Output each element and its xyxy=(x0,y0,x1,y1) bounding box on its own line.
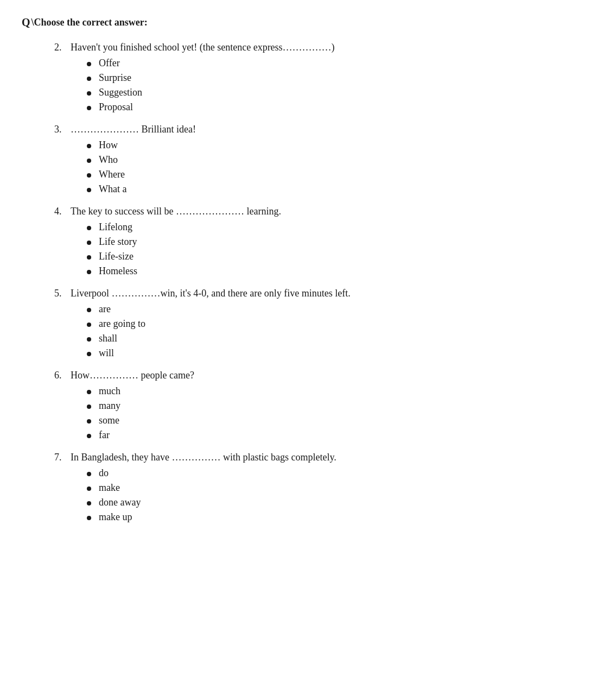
option-text-3-4: What a xyxy=(99,184,126,195)
option-item-6-4: far xyxy=(87,429,594,441)
option-item-7-3: done away xyxy=(87,497,594,508)
bullet-icon-5-3 xyxy=(87,337,91,342)
option-text-5-4: will xyxy=(99,348,114,359)
question-number-6: 6. xyxy=(54,370,71,381)
bullet-icon-4-3 xyxy=(87,255,91,260)
bullet-icon-3-3 xyxy=(87,173,91,178)
option-item-3-2: Who xyxy=(87,154,594,166)
option-item-4-3: Life-size xyxy=(87,251,594,262)
bullet-icon-2-1 xyxy=(87,62,91,66)
bullet-icon-7-3 xyxy=(87,501,91,506)
option-text-6-1: much xyxy=(99,386,120,397)
question-text-5: 5. Liverpool ……………win, it's 4-0, and the… xyxy=(54,288,594,299)
option-text-5-3: shall xyxy=(99,333,117,344)
question-body-2: Haven't you finished school yet! (the se… xyxy=(71,42,335,53)
option-text-3-3: Where xyxy=(99,169,125,180)
question-item-2: 2. Haven't you finished school yet! (the… xyxy=(54,42,594,113)
option-item-2-2: Surprise xyxy=(87,72,594,84)
bullet-icon-4-4 xyxy=(87,270,91,274)
option-item-3-3: Where xyxy=(87,169,594,180)
option-text-4-3: Life-size xyxy=(99,251,134,262)
option-item-3-1: How xyxy=(87,140,594,151)
bullet-icon-6-3 xyxy=(87,419,91,424)
bullet-icon-4-2 xyxy=(87,241,91,245)
option-item-5-3: shall xyxy=(87,333,594,344)
question-body-3: ………………… Brilliant idea! xyxy=(71,124,196,135)
options-list-2: OfferSurpriseSuggestionProposal xyxy=(87,58,594,113)
option-text-7-3: done away xyxy=(99,497,141,508)
option-item-4-1: Lifelong xyxy=(87,222,594,233)
bullet-icon-7-1 xyxy=(87,472,91,476)
q-label: Q xyxy=(22,16,30,29)
option-text-5-2: are going to xyxy=(99,318,145,330)
option-text-5-1: are xyxy=(99,304,111,315)
option-item-6-3: some xyxy=(87,415,594,426)
question-number-5: 5. xyxy=(54,288,71,299)
option-item-7-1: do xyxy=(87,467,594,479)
options-list-3: HowWhoWhereWhat a xyxy=(87,140,594,195)
bullet-icon-2-3 xyxy=(87,91,91,96)
instruction: Choose the correct answer: xyxy=(34,17,148,28)
question-number-2: 2. xyxy=(54,42,71,53)
option-text-4-4: Homeless xyxy=(99,266,137,277)
bullet-icon-3-1 xyxy=(87,144,91,148)
option-item-4-2: Life story xyxy=(87,236,594,248)
options-list-7: domakedone awaymake up xyxy=(87,467,594,523)
bullet-icon-7-4 xyxy=(87,516,91,520)
option-item-2-1: Offer xyxy=(87,58,594,69)
question-item-6: 6. How…………… people came?muchmanysomefar xyxy=(54,370,594,441)
option-item-6-1: much xyxy=(87,386,594,397)
option-item-3-4: What a xyxy=(87,184,594,195)
option-item-4-4: Homeless xyxy=(87,266,594,277)
option-item-6-2: many xyxy=(87,400,594,412)
option-text-7-2: make xyxy=(99,482,120,494)
question-body-4: The key to success will be ………………… learn… xyxy=(71,206,281,217)
option-text-2-4: Proposal xyxy=(99,102,133,113)
bullet-icon-3-4 xyxy=(87,188,91,192)
option-item-5-2: are going to xyxy=(87,318,594,330)
options-list-5: areare going toshallwill xyxy=(87,304,594,359)
option-item-5-1: are xyxy=(87,304,594,315)
options-list-6: muchmanysomefar xyxy=(87,386,594,441)
bullet-icon-5-2 xyxy=(87,323,91,327)
bullet-icon-5-1 xyxy=(87,308,91,312)
question-item-5: 5. Liverpool ……………win, it's 4-0, and the… xyxy=(54,288,594,359)
option-text-4-2: Life story xyxy=(99,236,137,248)
question-number-7: 7. xyxy=(54,452,71,463)
option-text-6-4: far xyxy=(99,429,110,441)
bullet-icon-3-2 xyxy=(87,159,91,163)
bullet-icon-5-4 xyxy=(87,352,91,356)
option-text-7-4: make up xyxy=(99,511,132,523)
bullet-icon-6-2 xyxy=(87,405,91,409)
option-text-4-1: Lifelong xyxy=(99,222,132,233)
option-text-3-2: Who xyxy=(99,154,118,166)
question-list: 2. Haven't you finished school yet! (the… xyxy=(54,42,594,523)
question-number-3: 3. xyxy=(54,124,71,135)
bullet-icon-4-1 xyxy=(87,226,91,230)
option-text-3-1: How xyxy=(99,140,118,151)
option-item-7-2: make xyxy=(87,482,594,494)
option-text-2-2: Surprise xyxy=(99,72,131,84)
bullet-icon-2-2 xyxy=(87,77,91,81)
question-text-2: 2. Haven't you finished school yet! (the… xyxy=(54,42,594,53)
question-item-4: 4. The key to success will be ………………… le… xyxy=(54,206,594,277)
question-body-7: In Bangladesh, they have …………… with plas… xyxy=(71,452,336,463)
question-text-7: 7. In Bangladesh, they have …………… with p… xyxy=(54,452,594,463)
question-text-3: 3. ………………… Brilliant idea! xyxy=(54,124,594,135)
question-text-4: 4. The key to success will be ………………… le… xyxy=(54,206,594,217)
question-body-6: How…………… people came? xyxy=(71,370,194,381)
question-item-3: 3. ………………… Brilliant idea!HowWhoWhereWha… xyxy=(54,124,594,195)
question-number-4: 4. xyxy=(54,206,71,217)
bullet-icon-2-4 xyxy=(87,106,91,110)
option-text-2-3: Suggestion xyxy=(99,87,142,98)
options-list-4: LifelongLife storyLife-sizeHomeless xyxy=(87,222,594,277)
option-item-2-4: Proposal xyxy=(87,102,594,113)
option-item-2-3: Suggestion xyxy=(87,87,594,98)
option-text-7-1: do xyxy=(99,467,109,479)
page-header: Q\Choose the correct answer: xyxy=(22,16,594,29)
option-item-5-4: will xyxy=(87,348,594,359)
bullet-icon-6-4 xyxy=(87,434,91,438)
option-text-6-3: some xyxy=(99,415,119,426)
bullet-icon-7-2 xyxy=(87,486,91,491)
option-text-6-2: many xyxy=(99,400,120,412)
